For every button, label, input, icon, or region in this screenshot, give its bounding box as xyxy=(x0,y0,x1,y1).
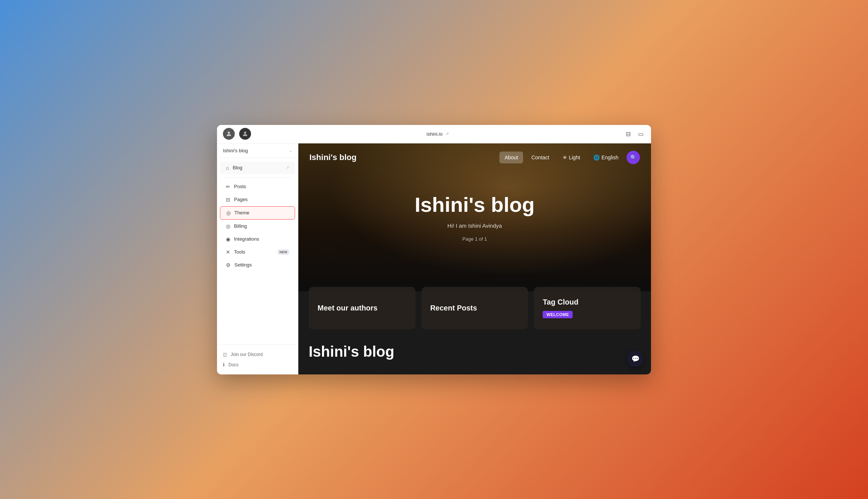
top-bar-left xyxy=(223,128,251,140)
svg-point-0 xyxy=(228,132,230,134)
globe-icon: 🌐 xyxy=(593,155,600,160)
sidebar-item-label: Billing xyxy=(234,223,247,229)
home-icon: ⌂ xyxy=(226,165,229,171)
sidebar-site-title: Ishini's blog xyxy=(223,148,248,153)
sidebar-bottom: ◫ Join our Discord ℹ Docs xyxy=(217,344,298,374)
widget-title: Recent Posts xyxy=(430,304,477,312)
nav-link-english[interactable]: 🌐 English xyxy=(588,152,624,163)
billing-icon: ◎ xyxy=(226,223,230,229)
sidebar-item-posts[interactable]: ✏ Posts xyxy=(220,180,295,193)
sidebar-item-label: Pages xyxy=(234,197,248,202)
hero-content: Ishini's blog Hi! I am Ishini Avindya Pa… xyxy=(415,193,535,242)
sidebar-item-theme[interactable]: ◎ Theme xyxy=(220,206,295,220)
docs-label: Docs xyxy=(228,362,238,367)
sidebar-item-billing[interactable]: ◎ Billing xyxy=(220,220,295,232)
avatar-ghost xyxy=(223,128,235,140)
sidebar: Ishini's blog ⌄ ⌂ Blog ↗ ✏ Posts xyxy=(217,143,298,374)
sidebar-nav: ⌂ Blog ↗ ✏ Posts ⊟ Pages ◎ xyxy=(217,158,298,344)
widget-recent-posts[interactable]: Recent Posts xyxy=(421,287,528,329)
search-button[interactable]: 🔍 xyxy=(627,151,640,164)
chevron-down-icon: ⌄ xyxy=(289,149,292,153)
hero-pagination: Page 1 of 1 xyxy=(415,236,535,242)
external-link-icon[interactable]: ↗ xyxy=(445,132,449,136)
discord-label: Join our Discord xyxy=(231,352,263,357)
search-icon: 🔍 xyxy=(630,155,637,160)
edit-icon: ✏ xyxy=(226,184,230,190)
desktop-view-icon[interactable]: ⊟ xyxy=(624,129,632,139)
sidebar-item-label: Tools xyxy=(234,249,245,255)
widget-tag-cloud[interactable]: Tag Cloud WELCOME xyxy=(534,287,641,329)
sidebar-item-docs[interactable]: ℹ Docs xyxy=(220,360,295,370)
chat-icon: 💬 xyxy=(631,355,640,363)
sidebar-item-settings[interactable]: ⚙ Settings xyxy=(220,259,295,271)
sidebar-header[interactable]: Ishini's blog ⌄ xyxy=(217,143,298,158)
settings-icon: ⚙ xyxy=(226,262,231,268)
mobile-view-icon[interactable]: ▭ xyxy=(637,129,645,139)
widget-title: Tag Cloud xyxy=(543,298,578,306)
external-icon: ↗ xyxy=(286,165,289,170)
nav-link-about[interactable]: About xyxy=(499,152,523,163)
svg-point-1 xyxy=(244,132,246,134)
widgets-row: Meet our authors Recent Posts Tag Cloud … xyxy=(298,284,651,332)
hero-subtitle: Hi! I am Ishini Avindya xyxy=(415,223,535,229)
sidebar-item-pages[interactable]: ⊟ Pages xyxy=(220,193,295,206)
top-bar: ishini.io ↗ ⊟ ▭ xyxy=(217,125,651,143)
about-label: About xyxy=(505,155,518,160)
theme-icon: ◎ xyxy=(226,210,231,216)
avatar-user[interactable] xyxy=(239,128,251,140)
chat-button[interactable]: 💬 xyxy=(627,351,644,367)
blog-logo: Ishini's blog xyxy=(309,153,356,162)
blog-nav-links: About Contact ✳ Light 🌐 English 🔍 xyxy=(499,151,640,164)
tools-icon: ✕ xyxy=(226,249,230,255)
sun-icon: ✳ xyxy=(563,155,567,160)
welcome-badge: WELCOME xyxy=(543,311,573,318)
pages-icon: ⊟ xyxy=(226,197,230,203)
nav-link-contact[interactable]: Contact xyxy=(526,152,554,163)
discord-icon: ◫ xyxy=(223,352,227,357)
sidebar-item-label: Posts xyxy=(234,184,246,189)
preview-area: Ishini's blog About Contact ✳ Light 🌐 En… xyxy=(298,143,651,374)
hero-title: Ishini's blog xyxy=(415,193,535,217)
nav-link-light[interactable]: ✳ Light xyxy=(557,152,585,163)
new-badge: NEW xyxy=(278,250,289,255)
sidebar-divider xyxy=(223,177,292,177)
sidebar-item-tools[interactable]: ✕ Tools NEW xyxy=(220,246,295,258)
sidebar-item-label: Theme xyxy=(234,210,249,215)
site-url: ishini.io xyxy=(427,131,443,137)
url-bar: ishini.io ↗ xyxy=(251,131,624,137)
app-window: ishini.io ↗ ⊟ ▭ Ishini's blog ⌄ ⌂ Blog ↗ xyxy=(217,125,651,374)
widget-authors[interactable]: Meet our authors xyxy=(309,287,416,329)
main-layout: Ishini's blog ⌄ ⌂ Blog ↗ ✏ Posts xyxy=(217,143,651,374)
footer-blog-title: Ishini's blog xyxy=(298,332,651,364)
top-bar-right: ⊟ ▭ xyxy=(624,129,645,139)
sidebar-item-label: Settings xyxy=(234,262,252,268)
sidebar-item-integrations[interactable]: ◉ Integrations xyxy=(220,233,295,245)
contact-label: Contact xyxy=(531,155,549,160)
info-icon: ℹ xyxy=(223,362,225,367)
light-label: Light xyxy=(569,155,580,160)
integrations-icon: ◉ xyxy=(226,236,230,242)
english-label: English xyxy=(601,155,618,160)
blog-nav: Ishini's blog About Contact ✳ Light 🌐 En… xyxy=(298,143,651,172)
widget-title: Meet our authors xyxy=(318,304,377,312)
sidebar-item-discord[interactable]: ◫ Join our Discord xyxy=(220,349,295,360)
sidebar-item-label: Integrations xyxy=(234,236,259,242)
sidebar-item-blog[interactable]: ⌂ Blog ↗ xyxy=(220,162,295,174)
sidebar-item-label: Blog xyxy=(233,165,242,170)
